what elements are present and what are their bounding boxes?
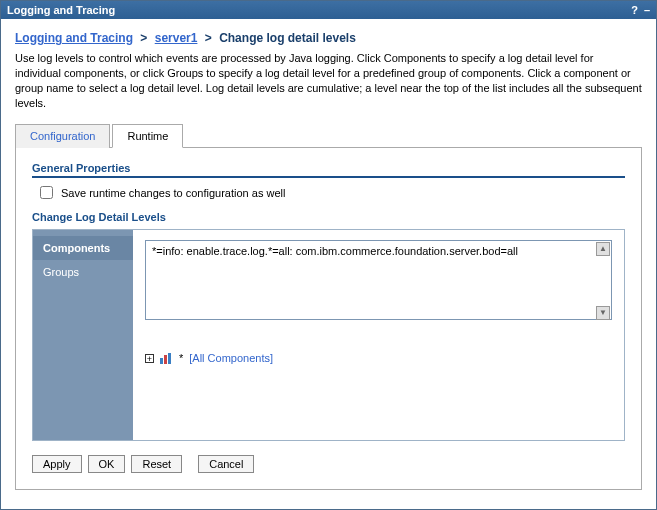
breadcrumb-sep: > xyxy=(201,31,216,45)
tree-all-components-link[interactable]: [All Components] xyxy=(189,352,273,364)
svg-rect-2 xyxy=(168,353,171,364)
breadcrumb-root-link[interactable]: Logging and Tracing xyxy=(15,31,133,45)
svg-rect-0 xyxy=(160,358,163,364)
titlebar: Logging and Tracing ? – xyxy=(1,1,656,19)
scroll-down-icon[interactable]: ▼ xyxy=(596,306,610,320)
expand-icon[interactable]: + xyxy=(145,354,154,363)
breadcrumb-server-link[interactable]: server1 xyxy=(155,31,198,45)
button-row: Apply OK Reset Cancel xyxy=(32,455,625,473)
ok-button[interactable]: OK xyxy=(88,455,126,473)
section-general-properties: General Properties xyxy=(32,162,625,178)
apply-button[interactable]: Apply xyxy=(32,455,82,473)
detail-main: ▲ ▼ + * xyxy=(133,230,624,440)
tab-runtime[interactable]: Runtime xyxy=(112,124,183,148)
detail-side-nav: Components Groups xyxy=(33,230,133,440)
reset-button[interactable]: Reset xyxy=(131,455,182,473)
save-runtime-label: Save runtime changes to configuration as… xyxy=(61,187,285,199)
page-description: Use log levels to control which events a… xyxy=(15,51,642,110)
detail-panel: Components Groups ▲ ▼ + xyxy=(32,229,625,441)
content-area: Logging and Tracing > server1 > Change l… xyxy=(1,19,656,509)
breadcrumb-current: Change log detail levels xyxy=(219,31,356,45)
window-title: Logging and Tracing xyxy=(7,4,115,16)
sidenav-item-components[interactable]: Components xyxy=(33,236,133,260)
help-icon[interactable]: ? xyxy=(631,4,638,16)
breadcrumb: Logging and Tracing > server1 > Change l… xyxy=(15,31,642,45)
svg-rect-1 xyxy=(164,355,167,364)
cancel-button[interactable]: Cancel xyxy=(198,455,254,473)
tab-body-runtime: General Properties Save runtime changes … xyxy=(15,148,642,490)
trace-spec-textarea[interactable] xyxy=(145,240,612,320)
scroll-up-icon[interactable]: ▲ xyxy=(596,242,610,256)
section-change-log-detail: Change Log Detail Levels xyxy=(32,211,625,223)
component-tree-root: + * [All Components] xyxy=(145,352,612,364)
sidenav-item-groups[interactable]: Groups xyxy=(33,260,133,284)
minimize-icon[interactable]: – xyxy=(644,4,650,16)
tree-star-label: * xyxy=(179,352,183,364)
tab-strip: Configuration Runtime xyxy=(15,124,642,148)
tab-configuration[interactable]: Configuration xyxy=(15,124,110,148)
breadcrumb-sep: > xyxy=(136,31,151,45)
window-frame: Logging and Tracing ? – Logging and Trac… xyxy=(0,0,657,510)
component-icon xyxy=(160,353,173,364)
save-runtime-checkbox[interactable] xyxy=(40,186,53,199)
